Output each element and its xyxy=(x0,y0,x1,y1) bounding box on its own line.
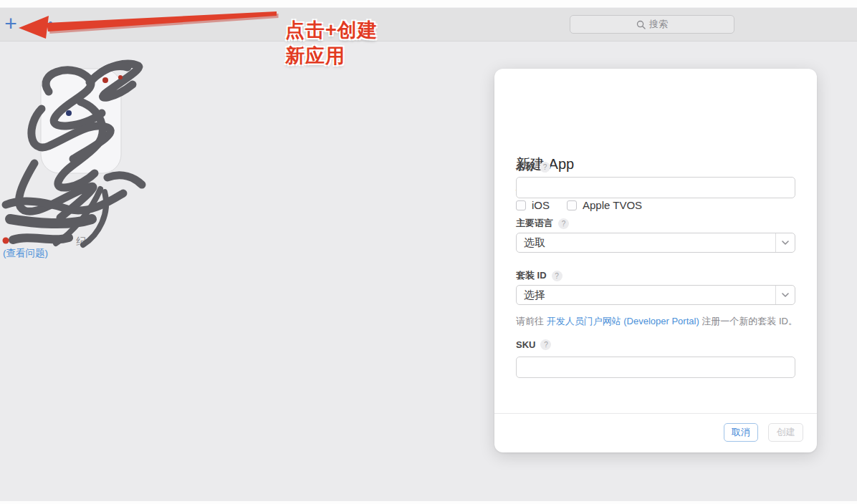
primary-language-value: 选取 xyxy=(517,236,775,250)
new-app-dialog: 新建 App 平台 ? iOS Apple TVOS 名称 ? 主要语言 ? 选… xyxy=(494,69,817,452)
chevron-down-icon xyxy=(775,286,795,304)
bundle-id-select[interactable]: 选择 xyxy=(516,285,795,305)
bundle-id-value: 选择 xyxy=(517,289,775,302)
tvos-checkbox-label: Apple TVOS xyxy=(583,199,642,211)
ios-checkbox-box[interactable] xyxy=(516,200,526,210)
ios-checkbox-label: iOS xyxy=(532,199,550,211)
platform-options: iOS Apple TVOS xyxy=(516,199,642,211)
checkbox-apple-tvos[interactable]: Apple TVOS xyxy=(567,199,642,211)
add-app-button[interactable]: + xyxy=(1,14,20,35)
cancel-button[interactable]: 取消 xyxy=(724,423,758,442)
primary-language-label: 主要语言 ? xyxy=(516,217,569,230)
search-icon xyxy=(636,20,646,29)
red-speck xyxy=(102,77,108,83)
name-help-icon[interactable]: ? xyxy=(540,162,550,173)
search-input[interactable]: 搜索 xyxy=(570,15,734,34)
name-input[interactable] xyxy=(516,177,795,198)
primary-language-help-icon[interactable]: ? xyxy=(558,218,569,229)
primary-language-select[interactable]: 选取 xyxy=(516,233,795,253)
bundle-id-help-icon[interactable]: ? xyxy=(552,271,562,281)
top-toolbar: + 搜索 xyxy=(0,7,857,42)
bundle-id-label: 套装 ID ? xyxy=(516,269,562,282)
create-button[interactable]: 创建 xyxy=(768,423,803,442)
developer-portal-link[interactable]: 开发人员门户网站 (Developer Portal) xyxy=(547,316,699,326)
tvos-checkbox-box[interactable] xyxy=(567,200,577,210)
search-placeholder: 搜索 xyxy=(649,18,668,31)
view-issues-link[interactable]: (查看问题) xyxy=(3,247,48,260)
checkbox-ios[interactable]: iOS xyxy=(516,199,550,211)
app-icon-scribbled[interactable] xyxy=(0,57,201,272)
sku-label: SKU ? xyxy=(516,339,551,350)
name-label: 名称 ? xyxy=(516,160,550,173)
dialog-footer-divider xyxy=(494,413,817,414)
blue-speck xyxy=(66,110,72,116)
sku-help-icon[interactable]: ? xyxy=(540,339,551,350)
more-options-dots-icon xyxy=(36,21,52,25)
status-dot xyxy=(3,238,9,244)
bundle-id-helper: 请前往 开发人员门户网站 (Developer Portal) 注册一个新的套装… xyxy=(516,315,803,328)
sku-input[interactable] xyxy=(516,357,795,378)
red-speck xyxy=(118,75,123,79)
chevron-down-icon xyxy=(775,233,795,252)
